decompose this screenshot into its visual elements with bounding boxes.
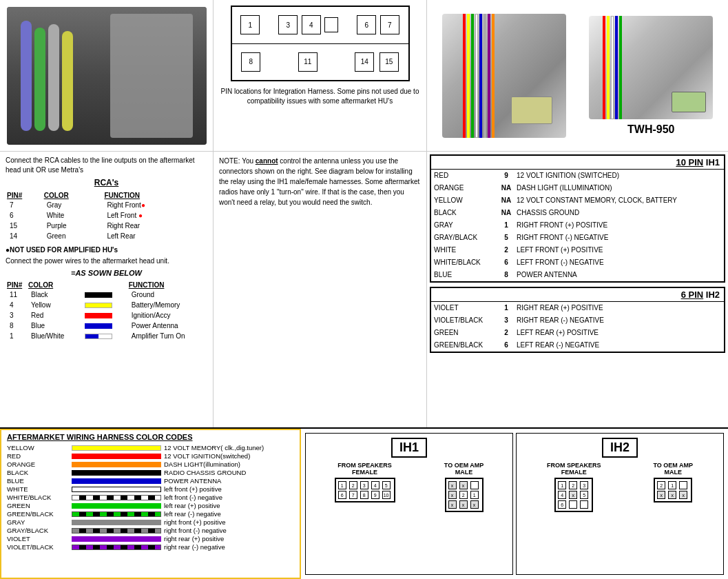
color-bar-white	[72, 487, 161, 492]
note-text: NOTE: You cannot control the antenna unl…	[219, 156, 421, 207]
page-container: 1 3 4 6 7 8 11 14	[0, 0, 728, 579]
pin-row-orange: ORANGE NA DASH LIGHT (ILLUMINATION)	[431, 182, 724, 194]
pin10-ih1-section: 10 PIN IH1 RED 9 12 VOLT IGNITION (SWITC…	[430, 154, 725, 283]
table-row: 8 Blue Power Antenna	[7, 321, 206, 330]
color-bar-violet	[72, 536, 161, 542]
power-title: =AS SOWN BELOW	[6, 269, 207, 277]
power-intro-text: Connect the power wires to the aftermark…	[6, 256, 207, 266]
pin-locations-text: PIN locations for Integration Harness. S…	[219, 87, 421, 106]
table-row: 1 Blue/White Amplifier Turn On	[7, 332, 206, 341]
color-swatch-yellow	[85, 303, 112, 308]
color-row-green: GREEN left rear (+) positive	[7, 502, 294, 509]
color-bar-blue	[72, 478, 161, 484]
pin-6: 6	[357, 15, 376, 34]
pin-row-white: WHITE 2 LEFT FRONT (+) POSITIVE	[431, 244, 724, 256]
connector-diagram: 1 3 4 6 7 8 11 14	[231, 6, 410, 81]
color-row-violet-black: VIOLET/BLACK right rear (-) negative	[7, 543, 294, 551]
pin-11: 11	[298, 52, 318, 72]
mid-section: Connect the RCA cables to the line outpu…	[0, 152, 728, 427]
color-bar-black	[72, 470, 161, 476]
ih1-to-box: x x x 2 1 x x x	[445, 478, 483, 512]
ih2-from-box: 1 2 3 4 x 5 6	[554, 478, 593, 512]
color-row-violet: VIOLET right rear (+) positive	[7, 535, 294, 542]
pin-15: 15	[379, 52, 399, 72]
aftermarket-title: AFTERMARKET WIRING HARNESS COLOR CODES	[7, 433, 294, 441]
mid-column: NOTE: You cannot control the antenna unl…	[214, 152, 427, 427]
ih2-title: IH2	[602, 438, 638, 458]
ih1-from-speakers: FROM SPEAKERSFEMALE 1 2 3 4 5 6 7	[335, 462, 395, 512]
table-row: 6 White Left Front ●	[7, 211, 206, 220]
ih1-connectors: FROM SPEAKERSFEMALE 1 2 3 4 5 6 7	[310, 462, 508, 512]
color-swatch-blue	[85, 323, 112, 329]
pin-row-yellow: YELLOW NA 12 VOLT CONSTANT MEMORY, CLOCK…	[431, 194, 724, 207]
table-row: 15 Purple Right Rear	[7, 221, 206, 230]
left-column: Connect the RCA cables to the line outpu…	[0, 152, 214, 427]
rca-pin-table: PIN# COLOR FUNCTION 7 Gray Right Front● …	[6, 190, 207, 242]
pin-row-white-black: WHITE/BLACK 6 LEFT FRONT (-) NEGATIVE	[431, 256, 724, 269]
color-bar-white-black	[72, 495, 161, 500]
pin-7: 7	[380, 15, 399, 34]
color-row-white: WHITE left front (+) positive	[7, 485, 294, 493]
col-color: COLOR	[44, 192, 103, 199]
top-section: 1 3 4 6 7 8 11 14	[0, 0, 728, 152]
color-bar-green	[72, 503, 161, 509]
color-swatch-black	[85, 292, 112, 298]
pin-3: 3	[278, 15, 298, 34]
color-row-blue: BLUE POWER ANTENNA	[7, 477, 294, 485]
ih2-diagram: IH2 FROM SPEAKERSFEMALE 1 2 3 4	[516, 433, 724, 575]
top-mid-connector: 1 3 4 6 7 8 11 14	[214, 0, 427, 151]
pin-row-gray: GRAY 1 RIGHT FRONT (+) POSITIVE	[431, 219, 724, 232]
table-row: 14 Green Left Rear	[7, 232, 206, 241]
ih2-from-speakers: FROM SPEAKERSFEMALE 1 2 3 4 x 5 6	[547, 462, 601, 512]
color-row-white-black: WHITE/BLACK left front (-) negative	[7, 494, 294, 501]
table-row: 7 Gray Right Front●	[7, 201, 206, 210]
col-pin: PIN#	[7, 192, 43, 199]
pin-row-blue: BLUE 8 POWER ANTENNA	[431, 269, 724, 281]
pin-row-gray-black: GRAY/BLACK 5 RIGHT FRONT (-) NEGATIVE	[431, 232, 724, 244]
top-right-harness: TWH-950	[427, 0, 728, 151]
rcas-title: RCA's	[6, 178, 207, 187]
color-row-orange: ORANGE DASH LIGHT(illumination)	[7, 460, 294, 468]
aftermarket-color-codes: AFTERMARKET WIRING HARNESS COLOR CODES Y…	[0, 429, 301, 579]
bottom-section: AFTERMARKET WIRING HARNESS COLOR CODES Y…	[0, 427, 728, 579]
connector-row-bot: 8 11 14 15	[232, 44, 408, 81]
pin6-ih2-section: 6 PIN IH2 VIOLET 1 RIGHT REAR (+) POSITI…	[430, 287, 725, 353]
color-row-yellow: YELLOW 12 VOLT MEMORY( clk.,dig.tuner)	[7, 444, 294, 451]
pin-1: 1	[240, 15, 260, 34]
pin-row-green-black: GREEN/BLACK 6 LEFT REAR (-) NEGATIVE	[431, 339, 724, 352]
pin10-ih1-title: 10 PIN IH1	[431, 156, 724, 170]
color-swatch-red	[85, 313, 112, 318]
color-bar-yellow	[72, 445, 161, 451]
color-bar-green-black	[72, 511, 161, 517]
color-row-red: RED 12 VOLT IGNITION(switched)	[7, 452, 294, 460]
color-bar-violet-black	[72, 545, 161, 550]
color-row-gray-black: GRAY/BLACK right front (-) negative	[7, 527, 294, 534]
ih2-to-box: 2 1 x x x	[654, 478, 692, 502]
ih2-to-oem: TO OEM AMPMALE 2 1 x x x	[653, 462, 693, 512]
top-left-cable-image	[0, 0, 214, 151]
ih1-from-box: 1 2 3 4 5 6 7 8 9 10	[335, 478, 395, 502]
right-column: 10 PIN IH1 RED 9 12 VOLT IGNITION (SWITC…	[427, 152, 728, 427]
rcas-intro: Connect the RCA cables to the line outpu…	[6, 156, 207, 175]
pin-14: 14	[355, 52, 374, 72]
color-bar-gray-black	[72, 528, 161, 534]
ih1-diagram: IH1 FROM SPEAKERSFEMALE 1 2 3 4	[305, 433, 513, 575]
color-bar-orange	[72, 462, 161, 467]
pin-row-violet-black: VIOLET/BLACK 3 RIGHT REAR (-) NEGATIVE	[431, 314, 724, 327]
power-pin-table: PIN# COLOR FUNCTION 11 Black Ground	[6, 280, 207, 342]
color-bar-red	[72, 454, 161, 459]
pin-row-violet: VIOLET 1 RIGHT REAR (+) POSITIVE	[431, 302, 724, 314]
pin6-ih2-title: 6 PIN IH2	[431, 288, 724, 302]
table-row: 3 Red Ignition/Accy	[7, 311, 206, 320]
pin-row-black: BLACK NA CHASSIS GROUND	[431, 207, 724, 219]
table-row: 4 Yellow Battery/Memory	[7, 301, 206, 309]
ih1-title: IH1	[391, 438, 427, 458]
pin-row-green: GREEN 2 LEFT REAR (+) POSITIVE	[431, 327, 724, 339]
pin-row-red: RED 9 12 VOLT IGNITION (SWITCHED)	[431, 170, 724, 182]
pin-8: 8	[241, 52, 260, 72]
twh-label: TWH-950	[627, 123, 674, 136]
pin-4: 4	[302, 15, 321, 34]
color-row-gray: GRAY right front (+) positive	[7, 518, 294, 526]
color-row-green-black: GREEN/BLACK left rear (-) negative	[7, 510, 294, 518]
color-row-black: BLACK RADIO CHASSIS GROUND	[7, 469, 294, 476]
